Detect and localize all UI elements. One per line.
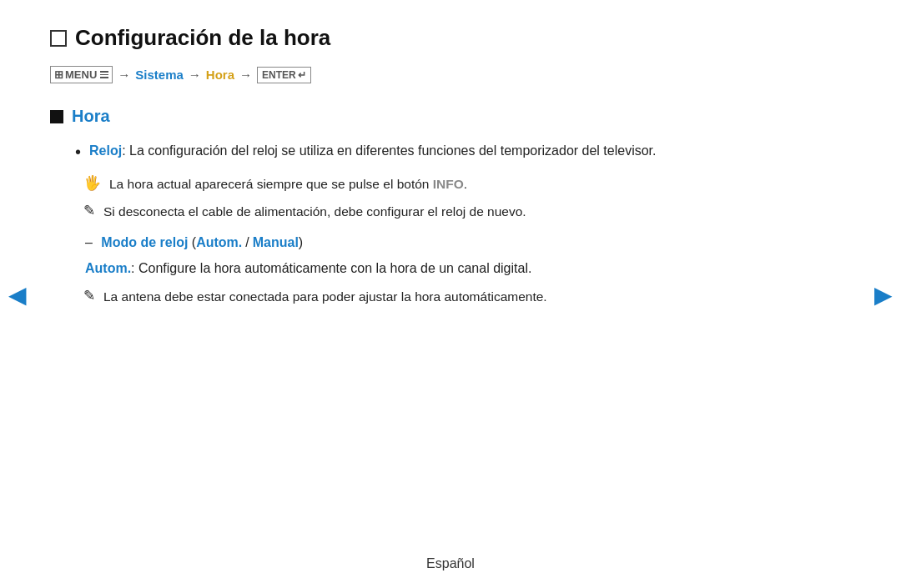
breadcrumb-sistema: Sistema — [135, 68, 184, 82]
reloj-text: Reloj: La configuración del reloj se uti… — [89, 141, 657, 161]
title-row: Configuración de la hora — [50, 25, 751, 51]
breadcrumb-arrow3: → — [239, 68, 252, 82]
breadcrumb-arrow2: → — [189, 68, 201, 82]
enter-icon: ENTER ↵ — [257, 67, 311, 83]
note-cable: ✎ Si desconecta el cable de alimentación… — [75, 202, 751, 221]
reloj-label: Reloj — [89, 143, 122, 158]
auto-label: Autom. — [85, 261, 131, 275]
note2-text: Si desconecta el cable de alimentación, … — [103, 202, 526, 221]
note1-text: La hora actual aparecerá siempre que se … — [109, 174, 467, 193]
reloj-bullet: • Reloj: La configuración del reloj se u… — [75, 141, 751, 163]
section-square-icon — [50, 110, 63, 123]
mode-dash: – — [85, 235, 93, 249]
pencil-icon-2: ✎ — [83, 287, 95, 304]
mode-reloj-label: Modo de reloj — [101, 235, 188, 249]
nav-arrow-left[interactable]: ◀ — [8, 280, 27, 308]
menu-icon-symbol: ⊞ — [54, 68, 63, 81]
content-body: • Reloj: La configuración del reloj se u… — [50, 141, 751, 306]
breadcrumb-hora: Hora — [206, 68, 234, 82]
breadcrumb-arrow1: → — [118, 68, 130, 82]
info-word: INFO — [433, 177, 464, 191]
section-title: Hora — [72, 107, 110, 126]
auto-text: : Configure la hora automáticamente con … — [131, 261, 531, 275]
enter-label: ENTER — [262, 69, 296, 81]
footer: Español — [426, 556, 475, 571]
mode-auto-label: Autom. — [196, 235, 242, 249]
checkbox-icon — [50, 30, 67, 47]
page-title: Configuración de la hora — [75, 25, 330, 51]
nav-arrow-right[interactable]: ▶ — [874, 280, 893, 308]
note3-text: La antena debe estar conectada para pode… — [103, 287, 547, 306]
hand-icon: 🖐 — [83, 174, 101, 192]
reloj-colon-text: : La configuración del reloj se utiliza … — [122, 143, 656, 158]
mode-slash: / — [245, 235, 249, 249]
bullet-dot: • — [75, 141, 81, 163]
mode-paren-close: ) — [299, 235, 303, 249]
page-content: Configuración de la hora ⊞ MENU → Sistem… — [0, 0, 818, 339]
menu-icon: ⊞ MENU — [50, 66, 113, 83]
note1-main: La hora actual aparecerá siempre que se … — [109, 177, 433, 191]
menu-label: MENU — [65, 68, 97, 81]
menu-bars-icon — [100, 71, 108, 78]
enter-arrow-icon: ↵ — [298, 69, 306, 81]
note-antena: ✎ La antena debe estar conectada para po… — [75, 287, 751, 306]
mode-line: – Modo de reloj (Autom./Manual) — [85, 235, 751, 250]
note1-end: . — [464, 177, 467, 191]
note-info: 🖐 La hora actual aparecerá siempre que s… — [75, 174, 751, 193]
breadcrumb: ⊞ MENU → Sistema → Hora → ENTER ↵ — [50, 66, 751, 83]
pencil-icon: ✎ — [83, 202, 95, 219]
mode-manual-label: Manual — [253, 235, 299, 249]
auto-description: Autom.: Configure la hora automáticament… — [85, 259, 751, 279]
footer-language: Español — [426, 556, 475, 570]
section-heading: Hora — [50, 107, 751, 126]
